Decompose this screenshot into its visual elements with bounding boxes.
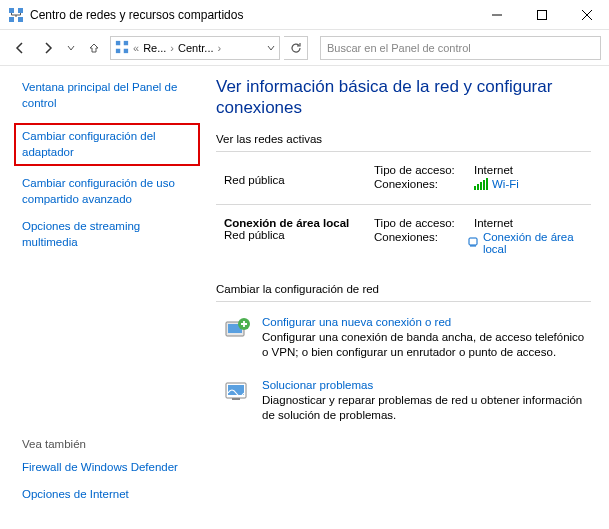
see-also-label: Vea también [22, 438, 196, 450]
svg-rect-3 [18, 17, 23, 22]
access-type-label: Tipo de acceso: [374, 164, 474, 176]
connection-link-lan[interactable]: Conexión de área local [467, 231, 591, 255]
connections-label: Conexiones: [374, 178, 474, 190]
search-input[interactable] [327, 42, 594, 54]
breadcrumb-item[interactable]: Re... [143, 42, 166, 54]
connection-link-wifi[interactable]: Wi-Fi [474, 178, 519, 190]
close-button[interactable] [564, 0, 609, 30]
ethernet-icon [467, 236, 479, 250]
sidebar-link-defender-firewall[interactable]: Firewall de Windows Defender [22, 460, 196, 476]
connections-label: Conexiones: [374, 231, 467, 255]
wifi-signal-icon [474, 178, 488, 190]
svg-rect-7 [116, 48, 120, 52]
svg-rect-4 [537, 10, 546, 19]
active-networks-label: Ver las redes activas [216, 133, 591, 145]
connection-name: Wi-Fi [492, 178, 519, 190]
maximize-button[interactable] [519, 0, 564, 30]
access-type-label: Tipo de acceso: [374, 217, 474, 229]
up-button[interactable] [82, 36, 106, 60]
network-category: Red pública [224, 229, 374, 241]
sidebar-link-advanced-sharing[interactable]: Cambiar configuración de uso compartido … [22, 176, 196, 207]
setup-connection-link[interactable]: Configurar una nueva conexión o red [262, 316, 591, 328]
refresh-button[interactable] [284, 36, 308, 60]
sidebar-link-streaming-options[interactable]: Opciones de streaming multimedia [22, 219, 196, 250]
address-bar[interactable]: « Re... › Centr... › [110, 36, 280, 60]
titlebar: Centro de redes y recursos compartidos [0, 0, 609, 30]
divider [216, 151, 591, 152]
troubleshoot-desc: Diagnosticar y reparar problemas de red … [262, 393, 591, 424]
breadcrumb-item[interactable]: Centr... [178, 42, 213, 54]
divider [216, 204, 591, 205]
main-content: Ver información básica de la red y confi… [210, 66, 609, 529]
minimize-button[interactable] [474, 0, 519, 30]
change-settings-label: Cambiar la configuración de red [216, 283, 591, 295]
config-item: Solucionar problemas Diagnosticar y repa… [216, 373, 591, 436]
page-heading: Ver información básica de la red y confi… [216, 76, 591, 119]
svg-rect-0 [9, 8, 14, 13]
network-center-icon [115, 40, 129, 56]
connection-name: Conexión de área local [483, 231, 591, 255]
svg-rect-9 [469, 238, 477, 245]
history-dropdown[interactable] [64, 36, 78, 60]
window-title: Centro de redes y recursos compartidos [30, 8, 474, 22]
navbar: « Re... › Centr... › [0, 30, 609, 66]
chevron-right-icon: › [170, 42, 174, 54]
setup-connection-desc: Configurar una conexión de banda ancha, … [262, 330, 591, 361]
network-block: Red pública Tipo de acceso: Internet Con… [216, 160, 591, 204]
access-type-value: Internet [474, 217, 513, 229]
back-button[interactable] [8, 36, 32, 60]
search-box[interactable] [320, 36, 601, 60]
address-dropdown-icon[interactable] [267, 42, 275, 54]
svg-rect-2 [9, 17, 14, 22]
network-name: Conexión de área local [224, 217, 374, 229]
new-connection-icon [224, 316, 252, 342]
svg-rect-15 [232, 398, 240, 400]
sidebar: Ventana principal del Panel de control C… [0, 66, 210, 529]
svg-rect-8 [124, 48, 128, 52]
sidebar-link-internet-options[interactable]: Opciones de Internet [22, 487, 196, 503]
config-item: Configurar una nueva conexión o red Conf… [216, 310, 591, 373]
network-name: Red pública [224, 174, 374, 186]
svg-rect-5 [116, 40, 120, 44]
access-type-value: Internet [474, 164, 513, 176]
network-block: Conexión de área local Red pública Tipo … [216, 213, 591, 269]
chevron-right-icon: › [218, 42, 222, 54]
svg-rect-1 [18, 8, 23, 13]
divider [216, 301, 591, 302]
sidebar-link-adapter-settings[interactable]: Cambiar configuración del adaptador [14, 123, 200, 166]
sidebar-link-control-panel-home[interactable]: Ventana principal del Panel de control [22, 80, 196, 111]
svg-rect-6 [124, 40, 128, 44]
forward-button[interactable] [36, 36, 60, 60]
network-center-icon [8, 7, 24, 23]
troubleshoot-icon [224, 379, 252, 405]
breadcrumb-sep-icon: « [133, 42, 139, 54]
troubleshoot-link[interactable]: Solucionar problemas [262, 379, 591, 391]
